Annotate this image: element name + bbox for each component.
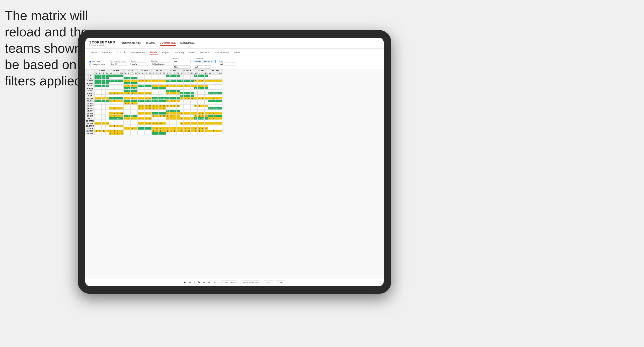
sub-nav-matrix1[interactable]: Matrix bbox=[149, 50, 158, 54]
sub-nav-h2hheatmap1[interactable]: H2H Heatmap bbox=[130, 51, 146, 54]
reset-icon[interactable]: ⊙ bbox=[213, 281, 215, 284]
logo-title: SCOREBOARD bbox=[89, 40, 115, 44]
cell-2-7-2: 0 bbox=[201, 80, 205, 82]
cell-15-4-0 bbox=[152, 112, 155, 115]
cell-0-4-0 bbox=[152, 75, 155, 77]
cell-17-4-0 bbox=[152, 117, 155, 120]
save-custom-view-btn[interactable]: Save Custom View bbox=[240, 280, 261, 284]
cell-12-5-0: 2 bbox=[166, 105, 169, 107]
sub-nav-h2hgrid2[interactable]: H2H Grid bbox=[199, 51, 211, 54]
table-row: 2. VU12020 bbox=[86, 77, 222, 80]
cell-22-5-3 bbox=[176, 130, 180, 132]
cell-10-1-1: 1 bbox=[113, 100, 116, 102]
cell-9-7-0: 1 bbox=[194, 97, 198, 100]
cell-21-2-3 bbox=[134, 127, 137, 130]
cell-3-4-0 bbox=[152, 82, 155, 85]
cell-12-6-3 bbox=[191, 105, 194, 107]
filter-region-label: Region bbox=[173, 57, 191, 59]
cell-21-6-1: 0 bbox=[184, 127, 187, 130]
cell-13-0-3 bbox=[105, 107, 109, 110]
cell-20-8-2 bbox=[215, 125, 219, 127]
cell-6-2-2 bbox=[130, 90, 134, 92]
cell-17-3-1: 1 bbox=[141, 117, 145, 120]
cell-12-6-1 bbox=[184, 105, 187, 107]
sub-nav-summary1[interactable]: Summary bbox=[101, 51, 113, 54]
sep1: | bbox=[194, 281, 195, 284]
filter-region-sub-select[interactable]: N/A bbox=[173, 65, 191, 69]
radio-full-view-input[interactable] bbox=[89, 61, 91, 63]
nav-teams[interactable]: TEAMS bbox=[146, 41, 155, 45]
cell-12-5-1: 2 bbox=[169, 105, 173, 107]
view-original-btn[interactable]: View: Original bbox=[221, 280, 237, 284]
sub-nav-teams[interactable]: Teams bbox=[89, 51, 98, 54]
cell-5-6-0 bbox=[180, 87, 184, 90]
cell-9-4-1: 4 bbox=[155, 97, 159, 100]
cell-15-6-2 bbox=[187, 112, 191, 115]
table-row: 23. UNM20-21200250010101110351140 bbox=[86, 130, 222, 132]
filter-conference-select[interactable]: Pac-12 Conference bbox=[194, 60, 216, 63]
cell-19-4-3 bbox=[162, 122, 166, 125]
sub-nav-matrix2[interactable]: Matrix bbox=[233, 51, 241, 54]
radio-compact-view[interactable]: Compact View bbox=[89, 63, 105, 66]
cell-10-1-2 bbox=[116, 100, 120, 102]
cell-15-8-0: 0 bbox=[208, 112, 212, 115]
cell-17-7-0: 0 bbox=[194, 117, 198, 120]
cell-5-1-3 bbox=[120, 87, 123, 90]
zoom-out-icon[interactable]: ⊖ bbox=[203, 281, 205, 284]
cell-23-8-1 bbox=[212, 132, 215, 135]
cell-0-6-0 bbox=[180, 75, 184, 77]
cell-15-2-1 bbox=[127, 112, 130, 115]
redo-icon[interactable]: ↪ bbox=[189, 281, 191, 284]
cell-0-7-1: 1 bbox=[198, 75, 201, 77]
cell-14-4-3 bbox=[162, 110, 166, 112]
radio-full-view[interactable]: Full View bbox=[89, 61, 105, 63]
cell-13-7-0 bbox=[194, 107, 198, 110]
share-btn[interactable]: Share bbox=[276, 280, 285, 284]
cell-9-5-2 bbox=[173, 97, 176, 100]
filter-gender-select[interactable]: Men's bbox=[130, 63, 148, 66]
filter-max-teams-select[interactable]: Top 25 bbox=[110, 63, 127, 66]
cell-5-7-3 bbox=[205, 87, 208, 90]
cell-9-1-3 bbox=[120, 97, 123, 100]
zoom-in-icon[interactable]: ⊕ bbox=[208, 281, 210, 284]
filter-conference-sub-select[interactable]: (All) bbox=[194, 65, 211, 69]
nav-rankings[interactable]: RANKINGS bbox=[180, 41, 195, 45]
col-sub-7-3: Dif bbox=[205, 72, 208, 75]
cell-19-2-2 bbox=[130, 122, 134, 125]
cell-21-4-0: 0 bbox=[152, 127, 155, 130]
cell-22-4-3 bbox=[162, 130, 166, 132]
cell-0-8-2 bbox=[215, 75, 219, 77]
col-sub-1-1: L bbox=[113, 72, 116, 75]
filter-region-select[interactable]: N/A bbox=[173, 60, 191, 63]
refresh-icon[interactable]: ↻ bbox=[198, 281, 200, 284]
cell-15-0-3 bbox=[105, 112, 109, 115]
sub-nav-h2hheatmap2[interactable]: H2H Heatmap bbox=[213, 51, 230, 54]
cell-12-1-3 bbox=[120, 105, 123, 107]
col-sub-7-0: W bbox=[194, 72, 198, 75]
cell-10-4-2 bbox=[159, 100, 162, 102]
nav-committee[interactable]: COMMITTEE bbox=[160, 40, 176, 46]
sub-nav-summary2[interactable]: Summary bbox=[174, 51, 185, 54]
sub-nav-detail[interactable]: Detail bbox=[188, 51, 196, 54]
cell-3-8-0 bbox=[208, 82, 212, 85]
cell-3-6-1 bbox=[184, 82, 187, 85]
radio-compact-view-input[interactable] bbox=[89, 64, 91, 66]
cell-13-7-3 bbox=[205, 107, 208, 110]
cell-13-5-1 bbox=[169, 107, 173, 110]
cell-16-8-3 bbox=[219, 115, 222, 117]
cell-17-2-3 bbox=[134, 117, 137, 120]
nav-tournaments[interactable]: TOURNAMENTS bbox=[120, 41, 141, 45]
undo-icon[interactable]: ↩ bbox=[184, 281, 186, 284]
cell-10-3-3: 10 bbox=[148, 100, 152, 102]
watch-btn[interactable]: Watch bbox=[264, 280, 273, 284]
cell-7-1-3: 14 bbox=[120, 92, 123, 95]
filter-team-select[interactable]: (All) bbox=[219, 63, 236, 66]
matrix-area[interactable]: 3. ASU10. UW11. UA22. UCB24. UO27. SU31.… bbox=[85, 69, 384, 278]
sub-nav-players[interactable]: Players bbox=[161, 51, 171, 54]
cell-13-8-0: 0 bbox=[208, 107, 212, 110]
cell-1-2-3 bbox=[134, 77, 137, 80]
row-label-0: 1. AU bbox=[86, 75, 95, 77]
sub-nav-h2hgrid1[interactable]: H2H Grid bbox=[116, 51, 127, 54]
cell-1-4-0 bbox=[152, 77, 155, 80]
filter-division-select[interactable]: NCAA Division I bbox=[151, 63, 170, 66]
